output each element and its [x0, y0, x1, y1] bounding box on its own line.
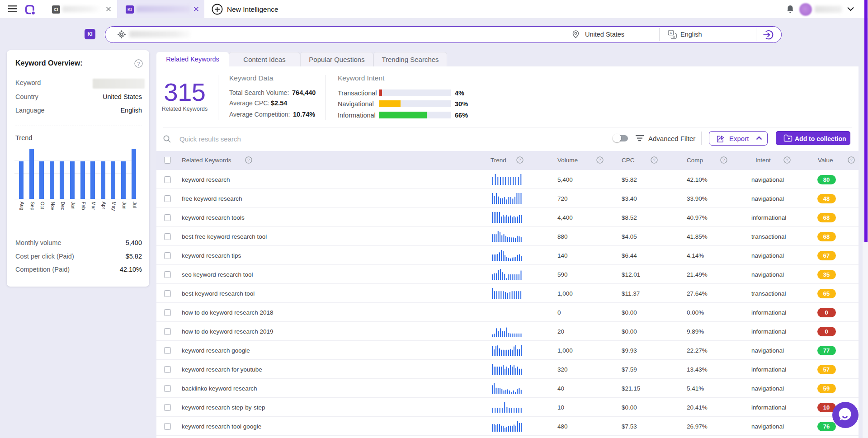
svg-text:?: ?	[247, 157, 250, 162]
svg-text:?: ?	[519, 157, 521, 162]
svg-text:?: ?	[850, 157, 852, 162]
svg-text:?: ?	[786, 157, 788, 162]
svg-text:A: A	[670, 31, 672, 35]
svg-text:?: ?	[137, 61, 140, 66]
svg-text:?: ?	[599, 157, 601, 162]
svg-text:?: ?	[722, 157, 725, 162]
svg-text:?: ?	[653, 157, 655, 162]
